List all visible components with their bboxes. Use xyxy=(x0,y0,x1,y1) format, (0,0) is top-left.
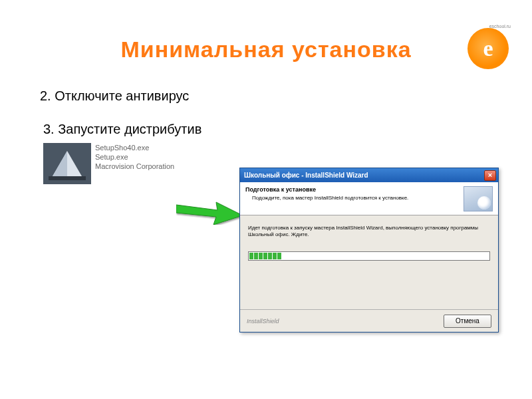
install-wizard-window: Школьный офис - InstallShield Wizard × П… xyxy=(239,168,499,332)
wizard-body: Идет подготовка к запуску мастера Instal… xyxy=(240,215,498,270)
close-button[interactable]: × xyxy=(484,170,496,181)
arrow-icon xyxy=(176,200,243,225)
file-vendor: Macrovision Corporation xyxy=(95,162,174,171)
progress-segment xyxy=(268,253,272,259)
file-names: SetupSho40.exe Setup.exe Macrovision Cor… xyxy=(95,143,174,171)
installer-icon xyxy=(43,143,91,184)
slide-title: Минимальная установка xyxy=(0,37,532,63)
file-name-1: SetupSho40.exe xyxy=(95,143,174,152)
wizard-header-title: Подготовка к установке xyxy=(245,186,464,193)
progress-segment xyxy=(263,253,267,259)
installshield-brand: InstallShield xyxy=(247,318,279,325)
wizard-header-subtitle: Подождите, пока мастер InstallShield под… xyxy=(245,195,464,201)
step-3-text: 3. Запустите дистрибутив xyxy=(43,122,201,137)
cancel-button[interactable]: Отмена xyxy=(444,315,491,328)
progress-segment xyxy=(254,253,258,259)
logo-icon xyxy=(467,28,509,69)
progress-segment xyxy=(259,253,263,259)
step-2-text: 2. Отключите антивирус xyxy=(40,88,189,104)
file-name-2: Setup.exe xyxy=(95,152,174,162)
file-listing: SetupSho40.exe Setup.exe Macrovision Cor… xyxy=(43,143,174,184)
wizard-footer: InstallShield Отмена xyxy=(240,309,498,332)
wizard-header-icon xyxy=(464,186,493,211)
svg-rect-3 xyxy=(49,176,86,180)
progress-segment xyxy=(249,253,253,259)
progress-segment xyxy=(277,253,281,259)
wizard-title-text: Школьный офис - InstallShield Wizard xyxy=(244,172,368,179)
progress-bar xyxy=(248,251,490,261)
progress-segment xyxy=(273,253,277,259)
svg-marker-4 xyxy=(176,202,243,225)
wizard-header: Подготовка к установке Подождите, пока м… xyxy=(240,182,498,215)
wizard-body-text: Идет подготовка к запуску мастера Instal… xyxy=(248,225,490,238)
wizard-titlebar[interactable]: Школьный офис - InstallShield Wizard × xyxy=(240,168,498,182)
